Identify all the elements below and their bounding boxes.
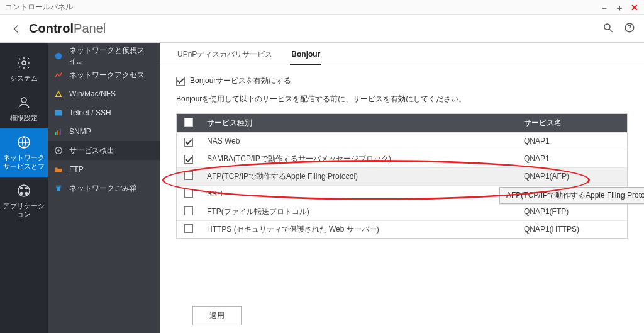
header-service-type: サービス種別 xyxy=(201,114,518,133)
left-rail: システム 権限設定 ネットワークサービスとフ アプリケーション xyxy=(0,43,48,333)
content-area: UPnPディスカバリサービス Bonjour Bonjourサービスを有効にする… xyxy=(160,43,644,333)
page-title-bold: Control xyxy=(29,21,74,35)
svg-point-10 xyxy=(26,192,28,194)
cell-service-type: SAMBA(TCP/IPで動作するサーバメッセージブロック) xyxy=(201,150,518,167)
svg-point-3 xyxy=(22,61,26,65)
sub-item-recycle-bin[interactable]: ネットワークごみ箱 xyxy=(48,179,160,198)
cell-service-type: SSH xyxy=(201,185,518,203)
cell-service-name: QNAP1(HTTPS) xyxy=(518,220,627,238)
bonjour-description: Bonjourを使用して以下のサービスを配信する前に、サービスを有効にしてくださ… xyxy=(176,94,628,104)
row-checkbox[interactable] xyxy=(184,171,193,180)
minimize-icon[interactable]: － xyxy=(600,3,609,12)
svg-rect-18 xyxy=(56,186,62,187)
trash-icon xyxy=(54,184,63,193)
svg-point-2 xyxy=(629,30,630,30)
row-checkbox[interactable] xyxy=(184,155,193,164)
sub-item-network-access[interactable]: ネットワークアクセス xyxy=(48,65,160,84)
header-actions xyxy=(602,22,635,35)
svg-point-4 xyxy=(21,98,26,103)
cell-service-name: QNAP1 xyxy=(518,150,627,167)
maximize-icon[interactable]: ＋ xyxy=(615,3,624,12)
tab-body: Bonjourサービスを有効にする Bonjourを使用して以下のサービスを配信… xyxy=(160,65,644,333)
sub-item-snmp[interactable]: SNMP xyxy=(48,122,160,141)
sub-item-telnet-ssh[interactable]: Telnet / SSH xyxy=(48,103,160,122)
rail-item-network-label: ネットワークサービスとフ xyxy=(1,154,47,170)
table-row[interactable]: HTTPS (セキュリティで保護された Web サーバー) QNAP1(HTTP… xyxy=(177,220,627,238)
rail-item-privilege-label: 権限設定 xyxy=(10,114,38,122)
sub-item-ftp[interactable]: FTP xyxy=(48,160,160,179)
window-controls: － ＋ ✕ xyxy=(600,0,639,15)
network-icon xyxy=(54,52,63,60)
cell-service-type: AFP(TCP/IPで動作するApple Filing Protocol) xyxy=(201,167,518,185)
row-checkbox[interactable] xyxy=(184,206,193,215)
sub-item-label: SNMP xyxy=(69,127,91,136)
bars-icon xyxy=(54,127,63,136)
row-checkbox[interactable] xyxy=(184,138,193,147)
svg-rect-15 xyxy=(60,129,61,135)
tab-bonjour[interactable]: Bonjour xyxy=(290,50,321,65)
sub-item-label: サービス検出 xyxy=(69,145,114,156)
search-icon[interactable] xyxy=(602,22,614,35)
cell-service-type: NAS Web xyxy=(201,133,518,150)
svg-point-6 xyxy=(18,185,30,196)
cell-service-type: HTTPS (セキュリティで保護された Web サーバー) xyxy=(201,220,518,238)
gear-icon xyxy=(16,55,31,71)
enable-bonjour-row: Bonjourサービスを有効にする xyxy=(176,76,628,86)
svg-point-9 xyxy=(21,192,23,194)
sub-item-label: ネットワークごみ箱 xyxy=(69,183,137,194)
left-sub-nav: ネットワークと仮想スイ... ネットワークアクセス Win/Mac/NFS Te… xyxy=(48,43,160,333)
close-icon[interactable]: ✕ xyxy=(630,3,639,12)
apply-button[interactable]: 適用 xyxy=(192,306,242,325)
cell-service-name: QNAP1(AFP) xyxy=(518,167,627,185)
select-all-checkbox[interactable] xyxy=(184,118,193,127)
row-checkbox[interactable] xyxy=(184,224,193,233)
tooltip: AFP(TCP/IPで動作するApple Filing Protocol) xyxy=(499,187,644,204)
globe-icon xyxy=(16,135,31,150)
table-row[interactable]: FTP(ファイル転送プロトコル) QNAP1(FTP) xyxy=(177,203,627,220)
table-row[interactable]: NAS Web QNAP1 xyxy=(177,133,627,150)
terminal-icon xyxy=(54,108,63,117)
header-bar: ControlPanel xyxy=(0,15,644,43)
table-row[interactable]: SAMBA(TCP/IPで動作するサーバメッセージブロック) QNAP1 xyxy=(177,150,627,167)
services-table: サービス種別 サービス名 NAS Web QNAP1 SAMBA(TCP/IPで xyxy=(176,113,628,239)
cell-service-type: FTP(ファイル転送プロトコル) xyxy=(201,203,518,220)
row-checkbox[interactable] xyxy=(184,189,193,198)
grid-icon xyxy=(16,183,31,198)
access-icon xyxy=(54,71,63,79)
sub-item-label: FTP xyxy=(69,165,84,174)
rail-item-system-label: システム xyxy=(10,74,38,82)
rail-item-application[interactable]: アプリケーション xyxy=(0,177,48,225)
window-title: コントロールパネル xyxy=(5,2,73,13)
svg-point-8 xyxy=(26,187,28,189)
sub-item-label: ネットワークアクセス xyxy=(69,70,145,81)
tab-upnp[interactable]: UPnPディスカバリサービス xyxy=(176,49,274,65)
rail-item-network[interactable]: ネットワークサービスとフ xyxy=(0,128,48,176)
svg-rect-12 xyxy=(55,110,62,116)
sub-item-network-vswitch[interactable]: ネットワークと仮想スイ... xyxy=(48,47,160,65)
folder-icon xyxy=(54,165,63,174)
svg-point-0 xyxy=(604,24,610,30)
sub-item-service-discovery[interactable]: サービス検出 xyxy=(48,141,160,160)
cell-service-name: QNAP1 xyxy=(518,133,627,150)
triangle-icon xyxy=(54,89,63,98)
sub-item-win-mac-nfs[interactable]: Win/Mac/NFS xyxy=(48,84,160,103)
svg-rect-14 xyxy=(57,130,58,135)
table-row[interactable]: AFP(TCP/IPで動作するApple Filing Protocol) QN… xyxy=(177,167,627,185)
footer: 適用 xyxy=(176,306,644,325)
radar-icon xyxy=(54,146,63,155)
rail-item-privilege[interactable]: 権限設定 xyxy=(0,89,48,128)
help-icon[interactable] xyxy=(624,22,635,35)
sub-item-label: Telnet / SSH xyxy=(69,108,111,117)
svg-rect-13 xyxy=(55,132,57,135)
page-title-light: Panel xyxy=(74,21,106,35)
sub-item-label: Win/Mac/NFS xyxy=(69,89,116,98)
enable-bonjour-label: Bonjourサービスを有効にする xyxy=(190,76,291,86)
svg-point-17 xyxy=(57,149,60,152)
back-arrow-icon[interactable] xyxy=(9,21,24,37)
rail-item-system[interactable]: システム xyxy=(0,49,48,89)
window-title-bar: コントロールパネル － ＋ ✕ xyxy=(0,0,644,15)
sub-item-label: ネットワークと仮想スイ... xyxy=(69,45,153,67)
enable-bonjour-checkbox[interactable] xyxy=(176,77,185,86)
header-checkbox-col xyxy=(177,114,201,133)
page-title: ControlPanel xyxy=(29,21,106,36)
